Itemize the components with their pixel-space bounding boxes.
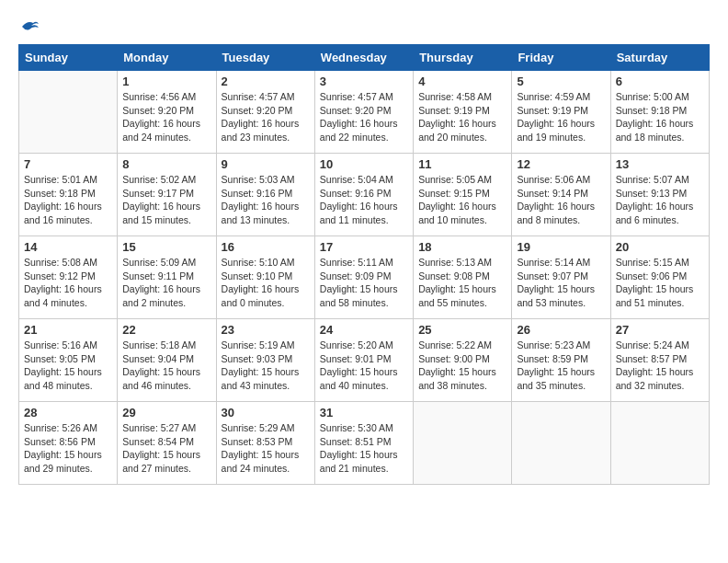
- day-info: Sunrise: 5:04 AM Sunset: 9:16 PM Dayligh…: [320, 173, 408, 227]
- day-info: Sunrise: 5:05 AM Sunset: 9:15 PM Dayligh…: [418, 173, 506, 227]
- day-info: Sunrise: 5:27 AM Sunset: 8:54 PM Dayligh…: [122, 421, 210, 476]
- day-number: 18: [418, 240, 506, 254]
- calendar-cell: [512, 402, 610, 485]
- day-number: 2: [222, 75, 310, 88]
- calendar-cell: 29Sunrise: 5:27 AM Sunset: 8:54 PM Dayli…: [118, 402, 216, 485]
- day-number: 8: [122, 157, 210, 171]
- calendar-week-row: 21Sunrise: 5:16 AM Sunset: 9:05 PM Dayli…: [19, 319, 710, 402]
- day-of-week-header: Thursday: [414, 45, 512, 71]
- logo: [18, 18, 40, 35]
- day-number: 21: [24, 323, 112, 337]
- day-number: 3: [320, 75, 408, 88]
- day-number: 10: [320, 157, 408, 171]
- day-number: 23: [222, 323, 310, 337]
- calendar-cell: [19, 71, 118, 154]
- day-number: 17: [320, 240, 408, 254]
- day-of-week-header: Sunday: [19, 45, 118, 71]
- day-number: 27: [616, 323, 704, 337]
- day-info: Sunrise: 5:23 AM Sunset: 8:59 PM Dayligh…: [517, 339, 605, 393]
- day-number: 22: [122, 323, 210, 337]
- calendar-cell: 1Sunrise: 4:56 AM Sunset: 9:20 PM Daylig…: [118, 71, 216, 154]
- day-info: Sunrise: 5:00 AM Sunset: 9:18 PM Dayligh…: [616, 90, 704, 144]
- day-info: Sunrise: 5:19 AM Sunset: 9:03 PM Dayligh…: [222, 339, 310, 393]
- calendar-cell: 15Sunrise: 5:09 AM Sunset: 9:11 PM Dayli…: [118, 236, 216, 319]
- day-info: Sunrise: 5:11 AM Sunset: 9:09 PM Dayligh…: [320, 256, 408, 310]
- day-of-week-header: Saturday: [610, 45, 709, 71]
- day-number: 28: [24, 406, 112, 419]
- day-of-week-header: Monday: [118, 45, 216, 71]
- page-header: [18, 18, 710, 35]
- calendar-week-row: 28Sunrise: 5:26 AM Sunset: 8:56 PM Dayli…: [19, 402, 710, 485]
- day-info: Sunrise: 5:13 AM Sunset: 9:08 PM Dayligh…: [418, 256, 506, 310]
- calendar-cell: 21Sunrise: 5:16 AM Sunset: 9:05 PM Dayli…: [19, 319, 118, 402]
- day-number: 6: [616, 75, 704, 88]
- day-of-week-header: Tuesday: [216, 45, 314, 71]
- calendar-header-row: SundayMondayTuesdayWednesdayThursdayFrid…: [19, 45, 710, 71]
- day-number: 31: [320, 406, 408, 419]
- calendar-cell: 27Sunrise: 5:24 AM Sunset: 8:57 PM Dayli…: [610, 319, 709, 402]
- day-number: 7: [24, 157, 112, 171]
- day-info: Sunrise: 5:07 AM Sunset: 9:13 PM Dayligh…: [616, 173, 704, 227]
- day-info: Sunrise: 5:16 AM Sunset: 9:05 PM Dayligh…: [24, 339, 112, 393]
- calendar-cell: 23Sunrise: 5:19 AM Sunset: 9:03 PM Dayli…: [216, 319, 314, 402]
- day-info: Sunrise: 5:18 AM Sunset: 9:04 PM Dayligh…: [122, 339, 210, 393]
- calendar-cell: 22Sunrise: 5:18 AM Sunset: 9:04 PM Dayli…: [118, 319, 216, 402]
- day-number: 11: [418, 157, 506, 171]
- day-info: Sunrise: 5:24 AM Sunset: 8:57 PM Dayligh…: [616, 339, 704, 393]
- calendar-cell: 25Sunrise: 5:22 AM Sunset: 9:00 PM Dayli…: [414, 319, 512, 402]
- day-number: 14: [24, 240, 112, 254]
- day-number: 1: [122, 75, 210, 88]
- calendar-cell: 17Sunrise: 5:11 AM Sunset: 9:09 PM Dayli…: [314, 236, 413, 319]
- calendar-cell: 5Sunrise: 4:59 AM Sunset: 9:19 PM Daylig…: [512, 71, 610, 154]
- day-number: 30: [222, 406, 310, 419]
- day-info: Sunrise: 5:15 AM Sunset: 9:06 PM Dayligh…: [616, 256, 704, 310]
- bird-icon: [20, 18, 40, 35]
- day-number: 19: [517, 240, 605, 254]
- calendar-cell: 24Sunrise: 5:20 AM Sunset: 9:01 PM Dayli…: [314, 319, 413, 402]
- day-number: 25: [418, 323, 506, 337]
- calendar-table: SundayMondayTuesdayWednesdayThursdayFrid…: [18, 44, 710, 485]
- calendar-cell: 14Sunrise: 5:08 AM Sunset: 9:12 PM Dayli…: [19, 236, 118, 319]
- day-of-week-header: Friday: [512, 45, 610, 71]
- day-number: 12: [517, 157, 605, 171]
- calendar-week-row: 7Sunrise: 5:01 AM Sunset: 9:18 PM Daylig…: [19, 154, 710, 236]
- calendar-cell: 16Sunrise: 5:10 AM Sunset: 9:10 PM Dayli…: [216, 236, 314, 319]
- day-info: Sunrise: 5:20 AM Sunset: 9:01 PM Dayligh…: [320, 339, 408, 393]
- calendar-cell: 13Sunrise: 5:07 AM Sunset: 9:13 PM Dayli…: [610, 154, 709, 236]
- day-info: Sunrise: 5:14 AM Sunset: 9:07 PM Dayligh…: [517, 256, 605, 310]
- calendar-cell: 6Sunrise: 5:00 AM Sunset: 9:18 PM Daylig…: [610, 71, 709, 154]
- day-info: Sunrise: 4:57 AM Sunset: 9:20 PM Dayligh…: [320, 90, 408, 144]
- calendar-cell: 9Sunrise: 5:03 AM Sunset: 9:16 PM Daylig…: [216, 154, 314, 236]
- day-info: Sunrise: 5:09 AM Sunset: 9:11 PM Dayligh…: [122, 256, 210, 310]
- calendar-cell: [414, 402, 512, 485]
- calendar-cell: 7Sunrise: 5:01 AM Sunset: 9:18 PM Daylig…: [19, 154, 118, 236]
- calendar-cell: 4Sunrise: 4:58 AM Sunset: 9:19 PM Daylig…: [414, 71, 512, 154]
- day-number: 5: [517, 75, 605, 88]
- day-info: Sunrise: 5:26 AM Sunset: 8:56 PM Dayligh…: [24, 421, 112, 476]
- calendar-week-row: 1Sunrise: 4:56 AM Sunset: 9:20 PM Daylig…: [19, 71, 710, 154]
- day-of-week-header: Wednesday: [314, 45, 413, 71]
- day-number: 24: [320, 323, 408, 337]
- calendar-cell: 26Sunrise: 5:23 AM Sunset: 8:59 PM Dayli…: [512, 319, 610, 402]
- day-info: Sunrise: 4:59 AM Sunset: 9:19 PM Dayligh…: [517, 90, 605, 144]
- day-info: Sunrise: 5:02 AM Sunset: 9:17 PM Dayligh…: [122, 173, 210, 227]
- day-info: Sunrise: 4:57 AM Sunset: 9:20 PM Dayligh…: [222, 90, 310, 144]
- calendar-cell: 19Sunrise: 5:14 AM Sunset: 9:07 PM Dayli…: [512, 236, 610, 319]
- calendar-cell: 3Sunrise: 4:57 AM Sunset: 9:20 PM Daylig…: [314, 71, 413, 154]
- calendar-cell: 28Sunrise: 5:26 AM Sunset: 8:56 PM Dayli…: [19, 402, 118, 485]
- day-info: Sunrise: 5:30 AM Sunset: 8:51 PM Dayligh…: [320, 421, 408, 476]
- calendar-cell: 18Sunrise: 5:13 AM Sunset: 9:08 PM Dayli…: [414, 236, 512, 319]
- calendar-cell: 30Sunrise: 5:29 AM Sunset: 8:53 PM Dayli…: [216, 402, 314, 485]
- day-number: 16: [222, 240, 310, 254]
- calendar-cell: 8Sunrise: 5:02 AM Sunset: 9:17 PM Daylig…: [118, 154, 216, 236]
- day-number: 29: [122, 406, 210, 419]
- calendar-cell: 12Sunrise: 5:06 AM Sunset: 9:14 PM Dayli…: [512, 154, 610, 236]
- day-info: Sunrise: 5:01 AM Sunset: 9:18 PM Dayligh…: [24, 173, 112, 227]
- calendar-cell: 10Sunrise: 5:04 AM Sunset: 9:16 PM Dayli…: [314, 154, 413, 236]
- day-info: Sunrise: 4:56 AM Sunset: 9:20 PM Dayligh…: [122, 90, 210, 144]
- day-number: 13: [616, 157, 704, 171]
- day-number: 9: [222, 157, 310, 171]
- calendar-week-row: 14Sunrise: 5:08 AM Sunset: 9:12 PM Dayli…: [19, 236, 710, 319]
- calendar-cell: 20Sunrise: 5:15 AM Sunset: 9:06 PM Dayli…: [610, 236, 709, 319]
- calendar-cell: 31Sunrise: 5:30 AM Sunset: 8:51 PM Dayli…: [314, 402, 413, 485]
